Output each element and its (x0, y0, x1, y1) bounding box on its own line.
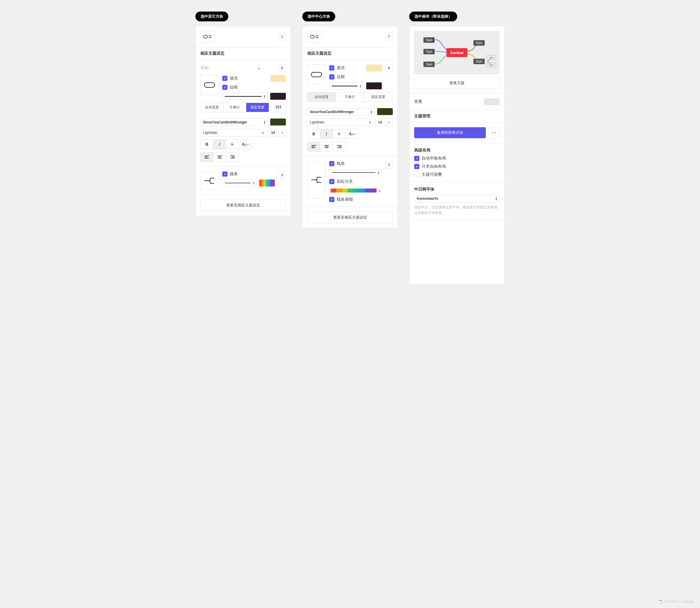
align-center-button[interactable] (320, 142, 333, 151)
font-color-swatch[interactable] (270, 118, 286, 126)
taper-checkbox[interactable]: ✓ (329, 197, 334, 202)
theme-settings-title: 相应主题设定 (200, 51, 286, 56)
update-theme-button[interactable]: 更新至相应主题设定 (307, 212, 393, 223)
shape-preview[interactable] (307, 64, 326, 85)
line-weight-select[interactable]: ▴▾ (329, 169, 382, 176)
seg-fixed-width[interactable]: 固定宽度 (365, 93, 392, 101)
structure-selector[interactable] (307, 31, 322, 42)
font-weight-select[interactable]: LightItalic ▴▾ (200, 129, 266, 136)
text-case-button[interactable]: AA ▾ (239, 140, 251, 149)
border-checkbox[interactable]: ✓ (329, 74, 334, 79)
panel-central-block: 选中中心方块 7 相应主题设定 (302, 12, 398, 284)
advanced-layout-title: 高级布局 (414, 148, 500, 153)
border-checkbox[interactable]: ✓ (222, 85, 228, 90)
strikethrough-button[interactable]: S (226, 140, 239, 149)
border-weight-select[interactable]: ▴▾ (329, 82, 364, 89)
fill-checkbox[interactable]: ✓ (222, 76, 228, 81)
state-label: 平时 (200, 65, 209, 71)
font-size-value[interactable]: 14 (375, 118, 385, 126)
fill-label: 填充 (337, 65, 345, 71)
auto-balance-checkbox[interactable]: ✓ (414, 156, 420, 161)
font-color-swatch[interactable] (377, 108, 393, 115)
line-style-preview[interactable] (307, 161, 326, 198)
fill-color-swatch[interactable] (366, 64, 382, 71)
cjk-font-note: 指定中文、日文或韩文的字体，将优化它与西文字体混合排版的字体效果。 (414, 205, 500, 216)
update-theme-button[interactable]: 更新至相应主题设定 (200, 200, 286, 211)
panel-canvas: 选中画布（即未选择） Central Topic Topic (409, 12, 505, 284)
font-weight-select[interactable]: LightItalic ▴▾ (307, 118, 373, 126)
subtopic-node: Topic (487, 55, 496, 60)
italic-button[interactable]: I (320, 129, 333, 138)
theme-stack-checkbox[interactable] (414, 172, 420, 177)
font-size-stepper[interactable]: ▾ (278, 129, 286, 136)
cjk-font-select[interactable]: KonichiwaYo ▴▾ (414, 195, 500, 202)
taper-label: 线条渐细 (337, 197, 353, 202)
align-right-button[interactable] (226, 152, 239, 162)
line-style-preview[interactable] (200, 171, 219, 190)
branch-free-checkbox[interactable]: ✓ (414, 164, 420, 169)
bold-button[interactable]: B (308, 129, 320, 138)
rainbow-checkbox[interactable]: ✓ (329, 179, 334, 184)
svg-rect-0 (203, 35, 208, 38)
border-color-swatch[interactable] (366, 82, 382, 89)
italic-button[interactable]: I (213, 140, 226, 149)
theme-stack-label: 主题可层叠 (422, 172, 442, 177)
line-label: 线条 (230, 171, 238, 177)
theme-preview: Central Topic Topic Topic Topic Topic To… (414, 31, 500, 74)
structure-badge: 1 (278, 33, 286, 40)
seg-nowrap[interactable]: 不换行 (223, 103, 246, 112)
bold-button[interactable]: B (200, 140, 213, 149)
apply-all-button[interactable]: 套用到所有方块 (414, 127, 486, 138)
align-left-button[interactable] (308, 142, 320, 151)
line-color-rainbow-swatch[interactable] (259, 179, 275, 187)
structure-selector[interactable] (200, 31, 215, 42)
align-center-button[interactable] (213, 152, 226, 162)
font-family-select[interactable]: SinceYouCantDoItWronger ▴▾ (307, 108, 375, 116)
col3-label: 选中画布（即未选择） (409, 12, 457, 21)
font-size-stepper[interactable]: ▾ (385, 118, 393, 126)
structure-badge: 7 (385, 33, 393, 40)
state-dropdown-icon[interactable] (258, 66, 260, 71)
border-weight-select[interactable]: ▴▾ (222, 93, 268, 100)
seg-auto-width[interactable]: 自动宽度 (308, 93, 336, 101)
border-label: 边框 (230, 85, 238, 90)
rainbow-palette-select[interactable]: ▴▾ (329, 187, 382, 194)
topic-node: Topic (423, 62, 435, 67)
auto-balance-label: 自动平衡布局 (422, 156, 446, 161)
state-badge: 8 (278, 64, 286, 72)
change-theme-button[interactable]: 更换主题 (414, 77, 500, 89)
seg-fixed-width[interactable]: 固定宽度 (246, 103, 269, 112)
rainbow-label: 彩虹分支 (337, 179, 353, 184)
width-input[interactable]: 211 (271, 103, 286, 112)
col2-label: 选中中心方块 (302, 12, 335, 21)
branch-free-label: 分支自由布局 (422, 164, 446, 169)
align-right-button[interactable] (333, 142, 346, 151)
border-label: 边框 (337, 74, 345, 79)
seg-auto-width[interactable]: 自动宽度 (200, 103, 223, 112)
fill-checkbox[interactable]: ✓ (329, 65, 334, 71)
seg-nowrap[interactable]: 不换行 (336, 93, 364, 101)
col1-label: 选中其它方块 (195, 12, 228, 21)
line-label: 线条 (337, 161, 345, 166)
border-color-swatch[interactable] (270, 93, 286, 100)
line-checkbox[interactable]: ✓ (222, 171, 228, 177)
align-left-button[interactable] (200, 152, 213, 162)
panel-other-block: 选中其它方块 1 相应主题设定 平时 8 (195, 12, 291, 284)
line-badge: 3 (385, 161, 393, 169)
cjk-font-title: 中日韩字体 (414, 187, 500, 192)
shape-preview[interactable] (200, 75, 219, 95)
theme-management-title: 主题管理 (414, 114, 500, 119)
font-size-value[interactable]: 14 (269, 129, 278, 136)
line-weight-select[interactable]: ▴▾ (222, 179, 257, 187)
line-checkbox[interactable]: ✓ (329, 161, 334, 166)
more-options-button[interactable]: ••• (488, 127, 500, 138)
topic-node: Topic (423, 37, 435, 43)
fill-color-swatch[interactable] (270, 75, 286, 82)
font-family-select[interactable]: SinceYouCantDoItWronger ▴▾ (200, 118, 268, 126)
subtopic-node: Topic (487, 63, 496, 67)
topic-node: Topic (473, 59, 485, 64)
text-case-button[interactable]: AA ▾ (346, 129, 358, 138)
background-color-swatch[interactable] (484, 98, 500, 105)
central-node: Central (447, 48, 468, 57)
strikethrough-button[interactable]: S (333, 129, 346, 138)
